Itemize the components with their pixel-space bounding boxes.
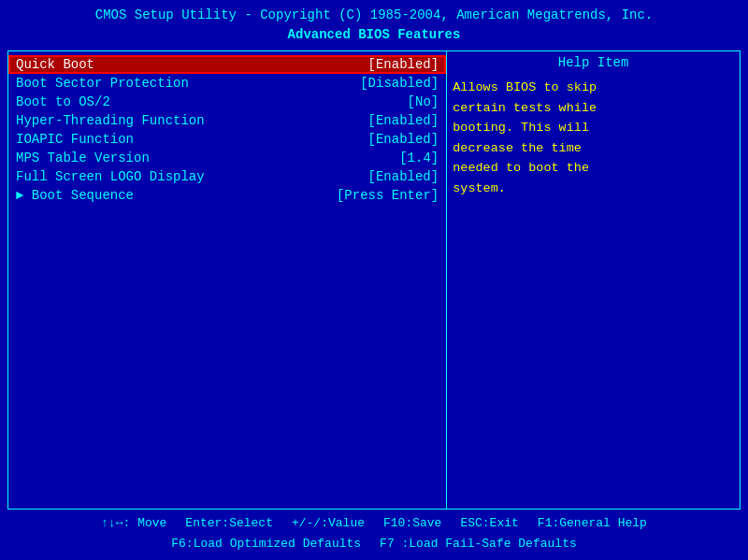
menu-item-3[interactable]: Hyper-Threading Function[Enabled] — [8, 111, 446, 130]
footer-item-5: F1:General Help — [538, 513, 647, 534]
footer-line2: F6:Load Optimized DefaultsF7 :Load Fail-… — [7, 534, 741, 554]
bios-header: CMOS Setup Utility - Copyright (C) 1985-… — [7, 6, 741, 45]
footer-item-2: +/-/:Value — [292, 513, 365, 534]
footer-item-3: F10:Save — [383, 513, 441, 534]
right-panel: Help Item Allows BIOS to skip certain te… — [447, 51, 740, 509]
menu-item-4[interactable]: IOAPIC Function[Enabled] — [8, 130, 446, 149]
menu-item-2[interactable]: Boot to OS/2[No] — [8, 93, 446, 111]
menu-item-label-2: Boot to OS/2 — [16, 94, 110, 109]
menu-item-value-4: [Enabled] — [368, 132, 439, 147]
menu-item-value-0: [Enabled] — [368, 57, 439, 72]
menu-item-label-1: Boot Sector Protection — [16, 76, 189, 91]
menu-item-5[interactable]: MPS Table Version[1.4] — [8, 149, 446, 167]
menu-item-6[interactable]: Full Screen LOGO Display[Enabled] — [8, 167, 446, 186]
footer-item2-1: F7 :Load Fail-Safe Defaults — [380, 534, 577, 554]
help-title: Help Item — [453, 55, 734, 70]
menu-item-label-3: Hyper-Threading Function — [16, 113, 205, 128]
menu-item-value-3: [Enabled] — [368, 113, 439, 128]
menu-item-label-0: Quick Boot — [16, 57, 94, 72]
menu-item-label-5: MPS Table Version — [16, 151, 150, 165]
menu-item-1[interactable]: Boot Sector Protection[Disabled] — [8, 74, 446, 93]
menu-item-7[interactable]: ► Boot Sequence[Press Enter] — [8, 186, 446, 205]
main-content: Quick Boot[Enabled]Boot Sector Protectio… — [7, 50, 741, 510]
menu-item-value-1: [Disabled] — [360, 76, 439, 91]
header-title-line1: CMOS Setup Utility - Copyright (C) 1985-… — [7, 6, 741, 25]
help-text: Allows BIOS to skip certain tests while … — [453, 78, 734, 199]
menu-item-label-4: IOAPIC Function — [16, 132, 134, 147]
footer-line1: ↑↓↔: MoveEnter:Select+/-/:ValueF10:SaveE… — [7, 513, 741, 534]
menu-item-label-7: ► Boot Sequence — [16, 188, 134, 203]
footer-item-0: ↑↓↔: Move — [101, 513, 166, 534]
left-panel: Quick Boot[Enabled]Boot Sector Protectio… — [8, 51, 447, 509]
menu-item-value-2: [No] — [408, 94, 439, 109]
bios-footer: ↑↓↔: MoveEnter:Select+/-/:ValueF10:SaveE… — [7, 513, 741, 554]
footer-item-1: Enter:Select — [185, 513, 273, 534]
menu-item-value-7: [Press Enter] — [337, 188, 439, 203]
footer-item-4: ESC:Exit — [460, 513, 518, 534]
header-title-line2: Advanced BIOS Features — [7, 25, 741, 45]
menu-item-0[interactable]: Quick Boot[Enabled] — [8, 55, 446, 74]
bios-screen: CMOS Setup Utility - Copyright (C) 1985-… — [0, 0, 748, 560]
menu-item-value-5: [1.4] — [399, 151, 439, 165]
menu-item-value-6: [Enabled] — [368, 169, 439, 184]
footer-item2-0: F6:Load Optimized Defaults — [171, 534, 361, 554]
menu-item-label-6: Full Screen LOGO Display — [16, 169, 205, 184]
